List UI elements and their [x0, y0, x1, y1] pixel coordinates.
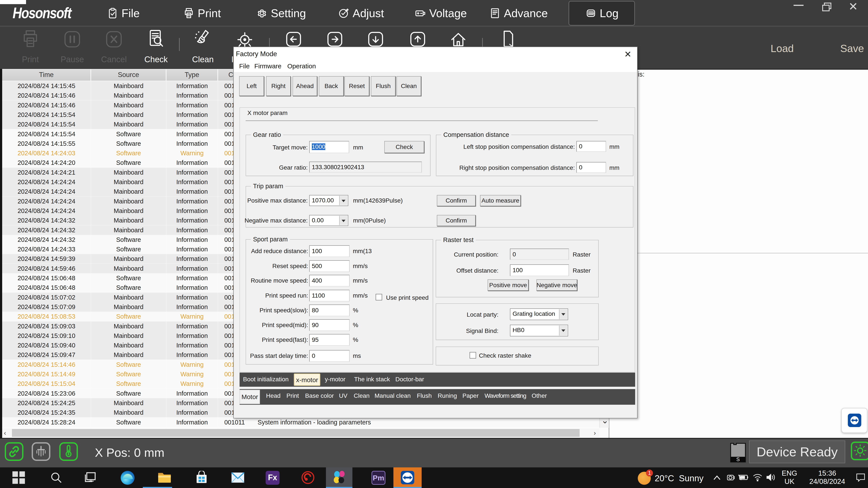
svg-text:S: S — [736, 456, 740, 462]
